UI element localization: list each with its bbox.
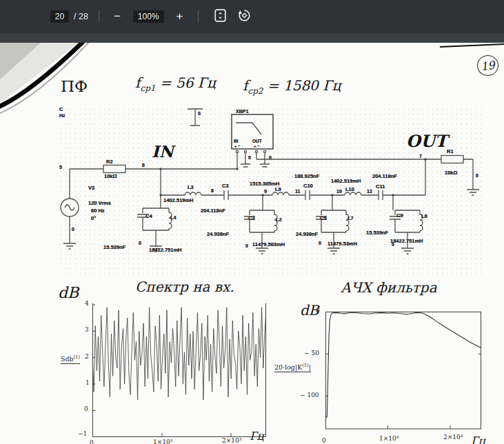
source-frequency: 60 Hz: [91, 208, 105, 214]
l3-ref: L3: [188, 184, 194, 190]
l2-value: 11479.503mH: [252, 241, 285, 248]
zoom-level-display[interactable]: 100%: [133, 10, 164, 23]
document-page: ПФ fср1 = 56 Гц fср2 = 1580 Гц 19 C Hz 0…: [0, 43, 504, 444]
fit-page-button[interactable]: [214, 9, 226, 24]
zoom-out-button[interactable]: −: [110, 9, 125, 24]
afc-ytick-m50: − 50: [304, 350, 319, 356]
page-number-input[interactable]: 20: [50, 10, 69, 23]
spectrum-xtick-2k: 2×10³: [222, 438, 241, 444]
spectrum-chart: [92, 303, 266, 441]
rotate-button[interactable]: [237, 8, 252, 25]
corner-label-c: C: [59, 107, 63, 112]
node-11: 11: [295, 189, 300, 194]
node-8: 8: [211, 188, 214, 193]
c10-value: 188.925nF: [294, 173, 319, 179]
afc-series-label: 20·log|K⟨1⟩|: [274, 363, 311, 372]
source-phase: 0°: [91, 215, 96, 221]
instrument-in-pin-marks: + −: [234, 144, 241, 148]
instrument-out-label: OUT: [252, 139, 262, 143]
r1-value: 10kΩ: [445, 170, 458, 176]
node-6: 6: [142, 163, 145, 168]
output-hand-label: OUT: [406, 133, 447, 150]
c10-ref: C10: [303, 183, 313, 189]
node-9: 9: [264, 189, 267, 194]
l9-ref: L9: [275, 186, 281, 192]
viewer-background: [0, 33, 504, 43]
afc-plot-line: [325, 312, 481, 417]
r2-ref: R2: [106, 159, 113, 165]
instrument-gnd-out-0: 0: [269, 155, 272, 160]
spectrum-xunit-label: Гц: [250, 431, 264, 442]
source-voltage: 120 Vrms: [88, 200, 111, 206]
c11-ref: C11: [376, 183, 385, 190]
instrument-ref: XBP1: [236, 109, 248, 114]
l4-ref: L4: [170, 214, 177, 221]
zoom-in-button[interactable]: +: [172, 9, 188, 24]
scan-edge-line: [440, 44, 504, 47]
fit-page-icon: [214, 9, 226, 24]
toolbar-divider: [198, 10, 199, 23]
node-0-tank2: 0: [245, 243, 248, 248]
c5-ref: C5: [320, 215, 327, 221]
afc-xtick-2k: 2×10³: [443, 434, 463, 441]
l10-ref: L10: [345, 186, 354, 192]
instrument-in-label: IN: [234, 139, 239, 143]
r1-ref: R1: [447, 148, 454, 154]
spectrum-title: Спектр на вх.: [135, 280, 234, 294]
l10-value: 1402.519mH: [331, 178, 361, 184]
node-5: 5: [59, 165, 62, 170]
l4-value: 18422.751mH: [149, 247, 182, 253]
l8-ref: L8: [421, 213, 427, 219]
spectrum-ytick-2: 2: [85, 354, 89, 360]
c2-value: 24.938nF: [207, 231, 229, 237]
node-12: 12: [367, 189, 372, 194]
sheet-number-circled: 19: [476, 54, 500, 77]
c11-value: 204.118nF: [372, 173, 397, 179]
node-7: 7: [419, 154, 422, 159]
spectrum-series-label: Sdb(1): [61, 355, 80, 364]
afc-chart: [325, 312, 481, 430]
scan-corner-shade2: [0, 43, 43, 81]
c9-value: 15.539nF: [366, 230, 388, 236]
corner-label-hz: Hz: [59, 113, 65, 118]
cutoff-freq-1: fср1 = 56 Гц: [135, 76, 216, 92]
c5-value: 24.938nF: [296, 231, 318, 237]
c3-ref: C3: [222, 183, 229, 189]
filter-type-label: ПФ: [61, 79, 88, 94]
cutoff-freq-2: fср2 = 1580 Гц: [243, 79, 341, 95]
instrument-gnd-in-0: 0: [248, 155, 251, 160]
l2-ref: L2: [276, 216, 282, 223]
probe-node-0: 0: [198, 111, 201, 116]
spectrum-ytick-1: 1: [85, 380, 90, 386]
spectrum-plot-line: [92, 307, 266, 400]
node-0-tank3: 0: [319, 241, 321, 245]
afc-ytick-m100: − 100: [300, 392, 319, 398]
c9-ref: C9: [396, 212, 403, 219]
r2-value: 10kΩ: [104, 173, 117, 179]
c3-value: 204.118nF: [201, 208, 225, 214]
c4-ref: C4: [145, 213, 152, 219]
spectrum-xtick-1k: 1×10³: [153, 439, 172, 444]
spectrum-ytick-0: 0: [84, 406, 88, 412]
toolbar-divider: [99, 10, 99, 23]
page-count-label: / 28: [74, 12, 88, 21]
l7-value: 11479.53mH: [327, 241, 357, 247]
l7-ref: L7: [347, 215, 354, 221]
spectrum-ytick-4: 4: [85, 301, 89, 307]
scan-corner-shade: [0, 43, 81, 105]
afc-title: АЧХ фильтра: [341, 281, 437, 294]
spectrum-xtick-0: 0: [90, 440, 94, 444]
pdf-viewer-window: 20 / 28 − 100% +: [0, 0, 504, 444]
node-0-tank1: 0: [139, 241, 141, 245]
input-hand-label: IN: [152, 143, 174, 159]
c2-ref: C2: [248, 215, 255, 221]
c4-value: 15.539nF: [103, 244, 125, 250]
l8-value: 18422.751mH: [390, 238, 423, 244]
rotate-icon: [237, 8, 252, 25]
afc-xtick-1k: 1×10³: [379, 436, 399, 442]
node-0-r1: 0: [476, 173, 478, 178]
afc-xtick-0: 0: [322, 438, 326, 444]
pdf-toolbar: 20 / 28 − 100% +: [0, 0, 504, 33]
spectrum-db-label: dB: [58, 285, 79, 301]
instrument-out-pin-marks: + −: [254, 144, 260, 148]
